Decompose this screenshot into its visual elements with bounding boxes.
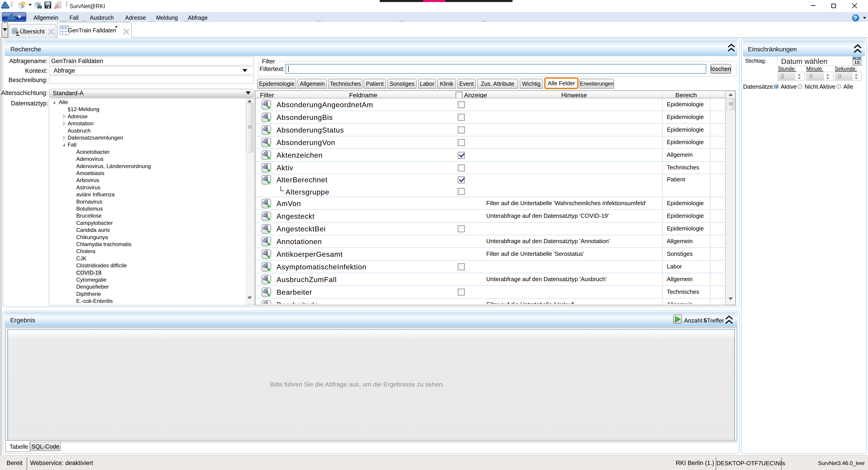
svg-text:Σ: Σ (16, 31, 20, 36)
svg-text:15: 15 (854, 60, 860, 65)
svg-text:?: ? (854, 15, 857, 21)
